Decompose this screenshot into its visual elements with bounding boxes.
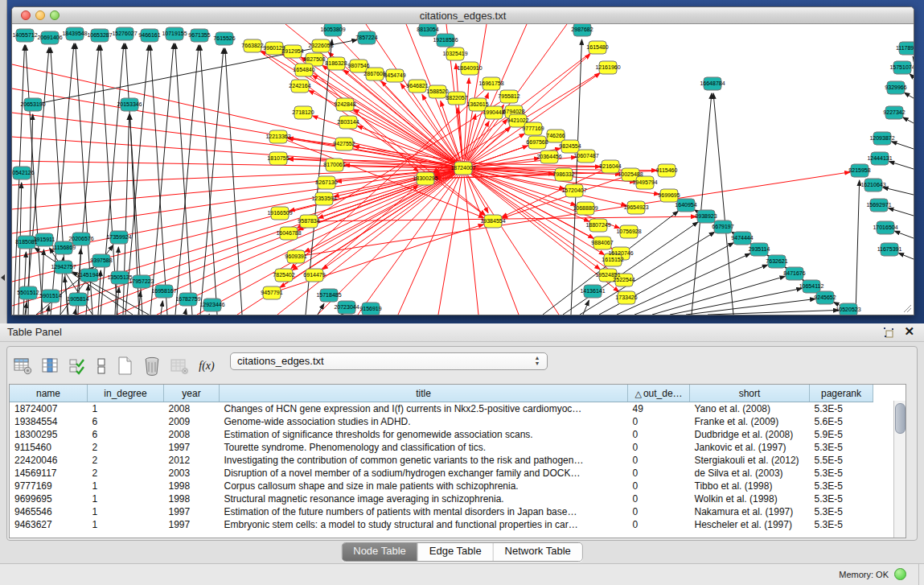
table-cell: 1 — [88, 492, 164, 505]
select-column-icon[interactable] — [39, 355, 62, 377]
citation-edge-black — [903, 117, 914, 123]
graph-node-label: 746266 — [546, 133, 565, 138]
table-cell: 0 — [628, 441, 690, 454]
resize-grip-icon[interactable] — [902, 303, 912, 313]
citation-edge-red — [472, 167, 601, 168]
graph-node-label: 9671355 — [188, 32, 210, 38]
column-header-in_degree[interactable]: in_degree — [88, 385, 164, 402]
delete-table-icon[interactable] — [141, 355, 163, 377]
scrollbar-thumb[interactable] — [895, 403, 906, 434]
graph-node-label: 15718485 — [316, 292, 341, 298]
row-tools-icon[interactable] — [94, 355, 109, 377]
table-cell: 6 — [88, 428, 164, 441]
table-row[interactable]: 1872400712008Changes of HCN gene express… — [10, 402, 873, 416]
graph-node-label: 10607487 — [573, 153, 598, 159]
table-cell: Structural magnetic resonance image aver… — [220, 492, 628, 505]
tab-edge-table[interactable]: Edge Table — [418, 543, 494, 561]
validate-data-icon[interactable] — [67, 355, 89, 377]
graph-node-label: 19654923 — [623, 204, 648, 210]
graph-node-label: 12093872 — [869, 135, 894, 141]
table-settings-icon[interactable] — [12, 355, 35, 377]
table-row[interactable]: 2242004622012Investigating the contribut… — [10, 454, 873, 467]
table-cell: 9465546 — [10, 505, 88, 518]
graph-node-label: 6794028 — [503, 109, 524, 114]
table-cell: 0 — [628, 518, 690, 531]
table-row[interactable]: 1456911722003Disruption of a novel membe… — [10, 467, 873, 480]
graph-node-label: 15751074 — [889, 64, 914, 70]
table-cell: 5.3E-5 — [810, 505, 873, 518]
graph-node-label: 9245652 — [814, 295, 836, 300]
new-table-icon[interactable] — [113, 355, 136, 377]
tab-network-table[interactable]: Network Table — [494, 543, 582, 561]
memory-ok-indicator[interactable] — [894, 568, 906, 580]
citation-edge-black — [891, 142, 914, 149]
citation-edge-black — [856, 180, 860, 315]
function-builder-icon[interactable]: f(x) — [195, 355, 218, 377]
window-title: citations_edges.txt — [12, 10, 914, 22]
column-header-pagerank[interactable]: pagerank — [810, 385, 873, 402]
network-canvas[interactable]: 1872400718300295193845542322605898275088… — [12, 24, 914, 315]
dropdown-stepper-icon: ▲▼ — [533, 355, 541, 366]
desktop-background: citations_edges.txt 18724007183002951938… — [0, 0, 924, 323]
table-row[interactable]: 1830029562008Estimation of significance … — [10, 428, 873, 441]
graph-node-label: 20364456 — [536, 154, 561, 159]
import-table-icon[interactable] — [168, 355, 191, 377]
column-header-out_de[interactable]: △out_de… — [628, 385, 690, 402]
close-panel-icon[interactable]: ✕ — [904, 325, 914, 338]
table-cell: 2003 — [164, 467, 220, 480]
graph-node-label: 1810755 — [267, 155, 289, 161]
graph-node-label: 12444131 — [867, 155, 892, 161]
graph-node-label: 15692971 — [866, 202, 891, 208]
graph-node-label: 11675391 — [877, 246, 902, 252]
graph-node-label: 16961758 — [478, 80, 503, 86]
graph-node-label: 9587834 — [298, 218, 319, 224]
table-cell: 2 — [88, 467, 164, 480]
graph-node-label: 2867608 — [363, 71, 385, 76]
citation-edge-black — [225, 48, 242, 315]
tab-node-table[interactable]: Node Table — [342, 543, 418, 561]
citation-edge-black — [26, 45, 43, 315]
graph-node-label: 10325419 — [442, 51, 467, 56]
citation-edge-red — [463, 168, 478, 315]
graph-node-label: 8267130 — [315, 179, 337, 185]
column-header-short[interactable]: short — [690, 385, 810, 402]
table-cell: Nakamura et al. (1997) — [690, 505, 810, 518]
table-panel-header: Table Panel ✕ — [0, 323, 924, 342]
table-row[interactable]: 1938455462009Genome-wide association stu… — [10, 415, 873, 428]
graph-node-label: 11178906 — [896, 45, 914, 51]
table-row[interactable]: 911546021997Tourette syndrome. Phenomeno… — [10, 441, 873, 454]
float-window-icon[interactable] — [882, 326, 895, 339]
column-header-name[interactable]: name — [10, 385, 88, 402]
graph-node-label: 12923446 — [199, 302, 224, 307]
graph-node-label: 18640910 — [457, 65, 482, 71]
column-header-title[interactable]: title — [220, 385, 628, 402]
table-row[interactable]: 977716911998Corpus callosum shape and si… — [10, 480, 873, 492]
graph-node-label: 16210643 — [860, 182, 885, 187]
graph-node-label: 2987682 — [571, 27, 593, 32]
graph-node-label: 8822057 — [446, 95, 467, 101]
table-scrollbar[interactable] — [893, 401, 906, 538]
table-selector-dropdown[interactable]: citations_edges.txt — [230, 352, 548, 370]
citation-edge-black — [686, 299, 815, 315]
window-titlebar[interactable]: citations_edges.txt — [12, 7, 914, 24]
table-cell: Disruption of a novel member of a sodium… — [220, 467, 628, 480]
table-row[interactable]: 946554611997Estimation of the future num… — [10, 505, 873, 518]
statusbar-divider — [918, 564, 919, 585]
graph-node-label: 8186328 — [325, 60, 347, 66]
table-cell: 2 — [88, 441, 164, 454]
graph-node-label: 9609391 — [285, 253, 306, 259]
graph-node-label: 12942757 — [51, 264, 76, 270]
citation-edge-black — [910, 74, 914, 77]
graph-node-label: 16120746 — [608, 250, 633, 256]
collapse-arrow-icon[interactable] — [1, 274, 5, 281]
graph-node-label: 10756928 — [616, 229, 641, 234]
fx-glyph: f(x) — [199, 360, 214, 373]
table-cell: Corpus callosum shape and size in male p… — [220, 480, 628, 492]
graph-node-label: 5901514 — [39, 293, 61, 299]
citation-edge-red — [502, 178, 622, 219]
table-row[interactable]: 946362711997Embryonic stem cells: a mode… — [10, 518, 873, 531]
graph-node-label: 9242848 — [334, 101, 355, 107]
graph-node-label: 9646821 — [406, 83, 428, 89]
table-row[interactable]: 969969511998Structural magnetic resonanc… — [10, 492, 873, 505]
column-header-year[interactable]: year — [164, 385, 220, 402]
